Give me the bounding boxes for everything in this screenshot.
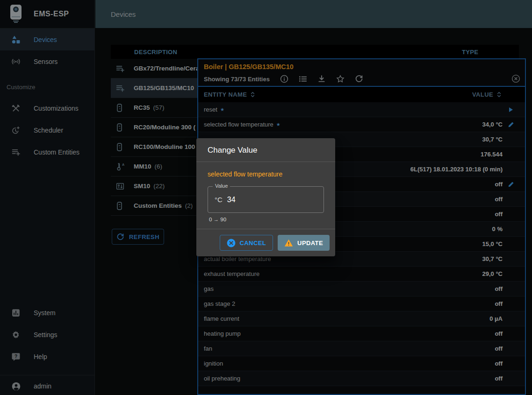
value-input-text: 34: [227, 196, 236, 204]
update-label: UPDATE: [297, 240, 323, 247]
unit-adornment: °C: [215, 196, 223, 204]
entity-label: selected flow temperature: [208, 170, 324, 178]
warning-icon: [284, 239, 293, 247]
update-button[interactable]: UPDATE: [278, 235, 330, 251]
dialog-body: selected flow temperature Value °C 34 0 …: [196, 162, 335, 229]
dialog-title: Change Value: [196, 138, 335, 162]
value-range-helper: 0 → 90: [209, 217, 324, 222]
cancel-circle-icon: [227, 239, 236, 247]
cancel-label: CANCEL: [240, 240, 266, 247]
value-input[interactable]: Value °C 34: [208, 186, 324, 213]
cancel-button[interactable]: CANCEL: [220, 235, 273, 251]
change-value-dialog: Change Value selected flow temperature V…: [196, 138, 335, 256]
dialog-actions: CANCEL UPDATE: [196, 229, 335, 256]
value-input-label: Value: [213, 183, 230, 189]
